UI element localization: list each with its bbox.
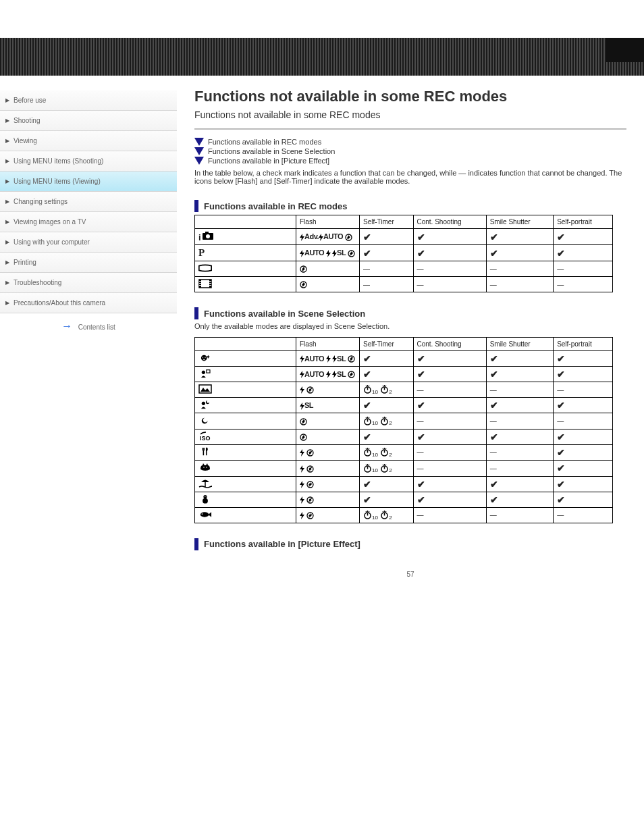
flash-off-icon <box>306 481 314 488</box>
mode-cell <box>195 367 296 382</box>
sidebar-item-printing[interactable]: ▶Printing <box>0 253 177 273</box>
smile-shutter-cell: — <box>486 261 554 277</box>
self-portrait-cell: ✔ <box>554 245 613 261</box>
mode-cell <box>195 351 296 367</box>
check-icon: ✔ <box>417 400 425 411</box>
anchor-link-scene-selection[interactable]: Functions available in Scene Selection <box>194 147 626 155</box>
sidebar-item-changing-settings[interactable]: ▶Changing settings <box>0 192 177 212</box>
flash-cell: AUTO SL <box>296 367 360 382</box>
moon-icon <box>198 416 212 425</box>
sidebar-item-label: Using MENU items (Shooting) <box>14 157 103 165</box>
svg-point-22 <box>205 357 205 357</box>
sidebar: ▶Before use ▶Shooting ▶Viewing ▶Using ME… <box>0 76 177 605</box>
flash-off-icon <box>300 434 307 441</box>
flash-cell: Adv.AUTO <box>296 229 360 245</box>
flash-cell <box>296 476 360 492</box>
flash-cell <box>296 507 360 523</box>
sidebar-item-menu-viewing[interactable]: ▶Using MENU items (Viewing) <box>0 172 177 192</box>
table-row: PAUTO SL ✔✔✔✔ <box>195 245 613 261</box>
smile-shutter-cell: ✔ <box>486 476 554 492</box>
self-portrait-cell: ✔ <box>554 429 613 444</box>
contents-link[interactable]: Contents list <box>78 323 115 331</box>
column-header: Self-portrait <box>554 215 613 229</box>
self-timer-cell: 10 2 <box>360 507 414 523</box>
sidebar-item-viewing[interactable]: ▶Viewing <box>0 131 177 151</box>
column-header: Self-Timer <box>360 215 414 229</box>
chevron-right-icon: ▶ <box>5 199 9 205</box>
sidebar-item-shooting[interactable]: ▶Shooting <box>0 111 177 131</box>
flash-cell <box>296 492 360 507</box>
mode-cell: P <box>195 245 296 261</box>
table-row: AUTO SL ✔✔✔✔ <box>195 351 613 367</box>
cont-shooting-cell: ✔ <box>413 367 486 382</box>
flash-off-icon <box>306 449 314 457</box>
svg-rect-13 <box>199 283 201 284</box>
chevron-right-icon: ▶ <box>5 219 9 225</box>
chevron-right-icon: ▶ <box>5 158 9 164</box>
self-timer-icons: 10 2 <box>363 447 392 457</box>
anchor-link-rec-modes[interactable]: Functions available in REC modes <box>194 138 626 146</box>
self-timer-icons: 10 2 <box>363 415 392 425</box>
flash-off-icon <box>300 281 307 288</box>
column-header: Flash <box>296 215 360 229</box>
cont-shooting-cell: — <box>413 261 486 277</box>
breadcrumb-title: Functions not available in some REC mode… <box>194 88 626 105</box>
self-portrait-cell: ✔ <box>554 461 613 476</box>
main-content: Functions not available in some REC mode… <box>177 76 644 605</box>
check-icon: ✔ <box>490 369 498 380</box>
arrow-right-icon: → <box>61 320 72 332</box>
check-icon: ✔ <box>490 400 498 411</box>
mode-cell <box>195 398 296 413</box>
self-portrait-cell: — <box>554 507 613 523</box>
svg-point-57 <box>205 496 205 496</box>
section-bar-icon <box>194 200 198 212</box>
flash-off-icon <box>348 250 355 257</box>
flash-icon <box>326 250 331 257</box>
self-timer-icons: 10 2 <box>363 463 392 472</box>
check-icon: ✔ <box>417 353 425 364</box>
column-header: Self-portrait <box>554 338 613 351</box>
flash-icon <box>300 512 304 519</box>
chevron-right-icon: ▶ <box>5 178 9 184</box>
self-portrait-cell: — <box>554 261 613 277</box>
table-row: 10 2——✔ <box>195 444 613 460</box>
check-icon: ✔ <box>363 369 371 380</box>
self-timer-cell: — <box>360 277 414 292</box>
sidebar-item-precautions[interactable]: ▶Precautions/About this camera <box>0 293 177 313</box>
table-row: ———— <box>195 261 613 277</box>
sidebar-item-computer[interactable]: ▶Using with your computer <box>0 232 177 253</box>
column-header <box>195 338 296 351</box>
anchor-link-picture-effect[interactable]: Functions available in [Picture Effect] <box>194 157 626 165</box>
flash-cell <box>296 382 360 398</box>
self-timer-cell: 10 2 <box>360 382 414 398</box>
sidebar-item-menu-shooting[interactable]: ▶Using MENU items (Shooting) <box>0 151 177 172</box>
flash-icon <box>300 481 304 488</box>
svg-rect-29 <box>199 385 211 393</box>
cont-shooting-cell: — <box>413 507 486 523</box>
column-header: Cont. Shooting <box>413 338 486 351</box>
cont-shooting-cell: — <box>413 444 486 460</box>
section-header-scene-selection: Functions available in Scene Selection <box>194 307 626 319</box>
section-bar-icon <box>194 538 198 550</box>
sidebar-item-troubleshooting[interactable]: ▶Troubleshooting <box>0 273 177 293</box>
sidebar-item-label: Printing <box>14 259 36 266</box>
snowman-icon <box>198 494 212 504</box>
svg-rect-26 <box>207 370 210 373</box>
check-icon: ✔ <box>363 353 371 364</box>
cont-shooting-cell: — <box>413 277 486 292</box>
flash-icon <box>332 250 337 257</box>
table-row: 10 2——✔ <box>195 461 613 476</box>
flash-off-icon <box>306 465 314 473</box>
self-timer-cell: ✔ <box>360 429 414 444</box>
flash-icon <box>319 234 323 241</box>
svg-point-62 <box>202 513 203 515</box>
header-corner-box <box>606 38 644 62</box>
table-row: ✔✔✔✔ <box>195 476 613 492</box>
self-timer-cell: ✔ <box>360 229 414 245</box>
smile-shutter-cell: ✔ <box>486 429 554 444</box>
sidebar-item-before-use[interactable]: ▶Before use <box>0 90 177 111</box>
link-label: Functions available in [Picture Effect] <box>208 157 329 165</box>
cont-shooting-cell: — <box>413 461 486 476</box>
sidebar-item-tv[interactable]: ▶Viewing images on a TV <box>0 212 177 232</box>
svg-rect-17 <box>209 285 211 286</box>
